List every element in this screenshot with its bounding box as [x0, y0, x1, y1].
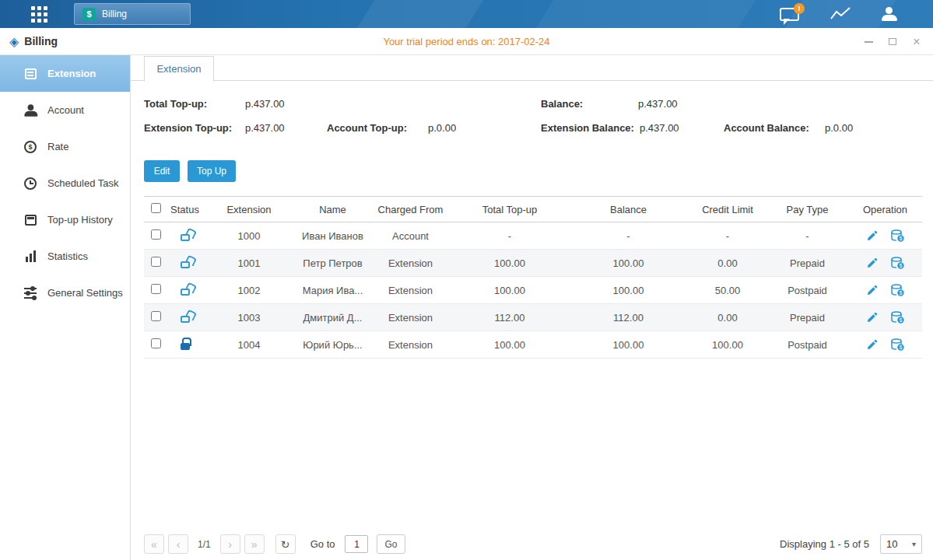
edit-button[interactable]: Edit [144, 160, 180, 182]
user-account-icon[interactable] [882, 7, 897, 21]
edit-pencil-icon[interactable] [866, 230, 878, 242]
topbar-decoration [357, 0, 483, 28]
sliders-icon [23, 288, 37, 299]
name-cell: Петр Петров [296, 257, 370, 269]
edit-pencil-icon[interactable] [866, 285, 878, 296]
trial-period-notice: Your trial period ends on: 2017-02-24 [0, 36, 933, 47]
extension-balance-value: p.437.00 [640, 122, 679, 134]
top-up-button[interactable]: Top Up [188, 160, 236, 182]
credit-limit-cell: 0.00 [689, 257, 766, 269]
balance-cell: 100.00 [568, 339, 689, 351]
table-row[interactable]: 1004 Юрий Юрь... Extension 100.00 100.00… [144, 331, 922, 359]
first-page-button[interactable]: « [144, 534, 164, 554]
row-checkbox[interactable] [151, 284, 161, 294]
calendar-icon [23, 215, 37, 226]
notifications-chat-icon[interactable]: ! [780, 8, 799, 21]
row-checkbox[interactable] [151, 229, 161, 240]
account-balance-value: p.0.00 [825, 122, 853, 134]
credit-limit-cell: 100.00 [689, 339, 766, 351]
extension-cell: 1001 [202, 257, 296, 269]
col-total-topup: Total Top-up [451, 204, 568, 215]
status-lock-icon [181, 234, 190, 241]
statistics-chart-icon[interactable] [830, 7, 851, 21]
name-cell: Мария Ива... [296, 285, 370, 296]
sidebar-item-label: Statistics [47, 250, 88, 262]
goto-page-input[interactable] [345, 535, 368, 553]
page-size-value: 10 [886, 538, 897, 550]
svg-text:$: $ [900, 317, 903, 323]
go-button[interactable]: Go [377, 534, 405, 554]
topbar-decoration [536, 0, 756, 28]
sidebar-item-label: Account [47, 104, 84, 116]
balance-cell: 100.00 [568, 257, 689, 269]
sidebar-item-label: Extension [47, 68, 96, 79]
table-row[interactable]: 1001 Петр Петров Extension 100.00 100.00… [144, 250, 922, 277]
total-topup-cell: - [451, 230, 568, 242]
close-icon[interactable]: × [911, 37, 922, 47]
edit-pencil-icon[interactable] [866, 312, 878, 324]
window-controls: × [863, 28, 922, 55]
col-status: Status [167, 204, 202, 215]
account-topup-value: p.0.00 [428, 122, 456, 134]
edit-pencil-icon[interactable] [866, 339, 878, 351]
prev-page-button[interactable]: ‹ [168, 534, 188, 554]
total-topup-cell: 100.00 [451, 257, 568, 269]
charged-from-cell: Extension [370, 339, 451, 351]
next-page-button[interactable]: › [220, 534, 240, 554]
tab-extension[interactable]: Extension [144, 56, 214, 82]
billing-tab-label: Billing [102, 9, 127, 19]
titlebar: ◈ Billing Your trial period ends on: 201… [0, 28, 933, 55]
table-row[interactable]: 1003 Дмитрий Д... Extension 112.00 112.0… [144, 304, 922, 331]
row-checkbox[interactable] [151, 257, 161, 267]
edit-pencil-icon[interactable] [866, 257, 878, 269]
table-row[interactable]: 1000 Иван Иванов Account - - - - $ [144, 222, 922, 250]
dollar-icon: $ [82, 8, 96, 21]
billing-app-tab[interactable]: $ Billing [74, 3, 191, 25]
sidebar-item-extension[interactable]: Extension [0, 55, 130, 92]
goto-label: Go to [310, 538, 335, 550]
name-cell: Иван Иванов [296, 230, 370, 242]
displaying-text: Displaying 1 - 5 of 5 [780, 538, 869, 550]
minimize-icon[interactable] [863, 37, 874, 47]
svg-text:$: $ [900, 236, 903, 241]
col-name: Name [296, 204, 370, 215]
sidebar-item-statistics[interactable]: Statistics [0, 238, 130, 275]
window-title: Billing [24, 35, 58, 47]
top-up-money-icon[interactable]: $ [890, 338, 904, 351]
sidebar-item-scheduled-task[interactable]: Scheduled Task [0, 165, 130, 201]
col-balance: Balance [568, 204, 689, 215]
page-size-select[interactable]: 10 ▾ [880, 534, 922, 554]
name-cell: Юрий Юрь... [296, 339, 370, 351]
tab-strip: Extension [131, 55, 933, 81]
table-body: 1000 Иван Иванов Account - - - - $ [144, 222, 922, 359]
notification-badge: ! [794, 3, 805, 14]
status-lock-icon [181, 289, 190, 296]
top-up-money-icon[interactable]: $ [890, 257, 904, 269]
top-up-money-icon[interactable]: $ [890, 311, 904, 324]
extension-balance-label: Extension Balance: [541, 122, 634, 134]
row-checkbox[interactable] [151, 311, 161, 321]
table-row[interactable]: 1002 Мария Ива... Extension 100.00 100.0… [144, 277, 922, 304]
top-up-money-icon[interactable]: $ [890, 229, 904, 242]
last-page-button[interactable]: » [244, 534, 265, 554]
topbar: $ Billing ! [0, 0, 933, 28]
maximize-icon[interactable] [887, 37, 898, 47]
col-extension: Extension [202, 204, 296, 215]
sidebar-item-general-settings[interactable]: General Settings [0, 275, 130, 311]
sidebar-item-account[interactable]: Account [0, 92, 130, 128]
pagination-bar: « ‹ 1/1 › » ↻ Go to Go Displaying 1 - 5 … [144, 534, 922, 554]
top-up-money-icon[interactable]: $ [890, 284, 904, 296]
clock-icon [23, 177, 37, 190]
sidebar-item-label: Rate [47, 141, 68, 152]
sidebar-item-topup-history[interactable]: Top-up History [0, 201, 130, 238]
bar-chart-icon [23, 250, 37, 262]
row-checkbox[interactable] [151, 338, 161, 348]
pay-type-cell: Prepaid [766, 312, 848, 324]
select-all-checkbox[interactable] [151, 203, 161, 213]
refresh-icon[interactable]: ↻ [275, 534, 296, 554]
extension-topup-value: p.437.00 [245, 122, 285, 134]
balance-cell: 112.00 [568, 312, 689, 324]
svg-text:$: $ [900, 290, 903, 296]
apps-grid-icon[interactable] [31, 6, 47, 23]
sidebar-item-rate[interactable]: Rate [0, 128, 130, 165]
